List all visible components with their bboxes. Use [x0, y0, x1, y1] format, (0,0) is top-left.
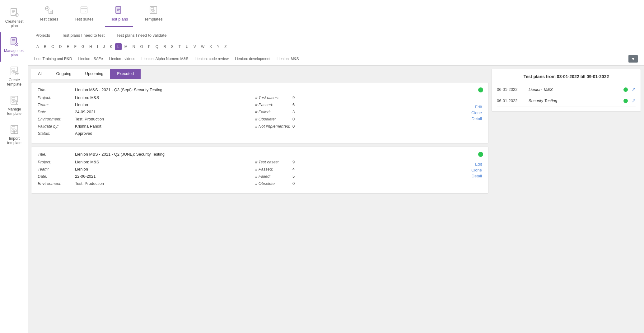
- card-failed-label-2: # Failed:: [255, 174, 292, 179]
- card-testcases-label-2: # Test cases:: [255, 160, 292, 164]
- sidebar-item-manage-test-plan[interactable]: Manage test plan: [0, 32, 28, 62]
- alpha-btn-t[interactable]: T: [176, 43, 183, 50]
- alpha-btn-s[interactable]: S: [169, 43, 176, 50]
- card-testcases-value-1: 9: [292, 95, 295, 100]
- tab-test-cases[interactable]: Test cases: [34, 3, 63, 27]
- right-panel-dot-2: [623, 99, 628, 103]
- tab-test-suites[interactable]: Test suites: [69, 3, 98, 27]
- alpha-btn-h[interactable]: H: [87, 43, 94, 50]
- alpha-btn-i[interactable]: I: [95, 43, 100, 50]
- project-tab-4[interactable]: Lienion: code review: [195, 55, 229, 62]
- filter-btn-upcoming[interactable]: Upcoming: [78, 69, 110, 79]
- card-failed-value-2: 5: [292, 174, 295, 179]
- project-tab-1[interactable]: Lienion - SAFe: [78, 55, 103, 62]
- alpha-btn-w[interactable]: W: [199, 43, 207, 50]
- alpha-btn-o[interactable]: O: [138, 43, 145, 50]
- sidebar-item-create-template[interactable]: Create template: [0, 62, 28, 91]
- manage-template-icon: [9, 95, 19, 105]
- card-clone-link-2[interactable]: Clone: [471, 168, 482, 172]
- alpha-btn-j[interactable]: J: [101, 43, 107, 50]
- card-testcases-value-2: 9: [292, 160, 295, 164]
- card-passed-row-1: # Passed: 6: [255, 102, 460, 107]
- tab-templates[interactable]: Templates: [139, 3, 167, 27]
- alpha-btn-f[interactable]: F: [72, 43, 78, 50]
- card-passed-value-2: 4: [292, 167, 295, 171]
- alpha-btn-c[interactable]: C: [49, 43, 56, 50]
- sidebar-item-manage-template-label: Manage template: [3, 107, 26, 116]
- tab-test-plans-label: Test plans: [110, 17, 128, 21]
- card-notimpl-value-1: 0: [292, 124, 295, 129]
- card-obselete-label-2: # Obselete:: [255, 181, 292, 186]
- right-panel: Test plans from 03-01-2022 till 09-01-20…: [492, 69, 641, 112]
- templates-icon: [149, 6, 158, 14]
- right-panel-external-link-1[interactable]: ↗: [632, 87, 636, 92]
- right-panel-date-1: 06-01-2022: [497, 87, 525, 92]
- tab-test-plans[interactable]: Test plans: [105, 3, 133, 27]
- alpha-btn-b[interactable]: B: [42, 43, 49, 50]
- alpha-btn-q[interactable]: Q: [153, 43, 161, 50]
- right-panel-dot-1: [623, 87, 628, 92]
- alpha-btn-l[interactable]: L: [115, 43, 122, 50]
- card-failed-row-2: # Failed: 5: [255, 174, 460, 179]
- project-tab-5[interactable]: Lienion: development: [235, 55, 270, 62]
- card-detail-link-2[interactable]: Detail: [472, 174, 482, 178]
- card-testcases-label-1: # Test cases:: [255, 95, 292, 100]
- right-panel-name-2: Security Testing: [529, 98, 620, 103]
- alpha-btn-d[interactable]: D: [57, 43, 64, 50]
- card-team-row-2: Team: Lienion: [38, 167, 243, 171]
- create-template-icon: [9, 66, 19, 76]
- sub-nav-projects[interactable]: Projects: [34, 30, 51, 41]
- filter-btn-all[interactable]: All: [31, 69, 49, 79]
- alpha-btn-m[interactable]: M: [122, 43, 130, 50]
- card-clone-link-1[interactable]: Clone: [471, 110, 482, 115]
- sidebar-item-manage-template[interactable]: Manage template: [0, 91, 28, 120]
- card-title-row-1: Title: Lienion M&S - 2021 - Q3 (Sept): S…: [38, 87, 460, 92]
- alpha-btn-v[interactable]: V: [191, 43, 198, 50]
- card-validate-value-1: Krishna Pandit: [75, 124, 101, 129]
- card-team-value-1: Lienion: [75, 102, 88, 107]
- alpha-btn-y[interactable]: Y: [215, 43, 222, 50]
- alpha-btn-r[interactable]: R: [161, 43, 168, 50]
- project-tab-6[interactable]: Lienion: M&S: [277, 55, 299, 62]
- project-tab-0[interactable]: Leo: Training and R&D: [34, 55, 72, 62]
- card-edit-link-1[interactable]: Edit: [475, 105, 482, 109]
- card-testcases-row-1: # Test cases: 9: [255, 95, 460, 100]
- alpha-btn-e[interactable]: E: [64, 43, 71, 50]
- alpha-btn-u[interactable]: U: [184, 43, 191, 50]
- card-passed-value-1: 6: [292, 102, 295, 107]
- project-tab-2[interactable]: Lienion - videos: [109, 55, 135, 62]
- card-env-value-2: Test, Production: [75, 181, 104, 186]
- filter-btn-ongoing[interactable]: Ongoing: [49, 69, 78, 79]
- card-obselete-row-1: # Obselete: 0: [255, 117, 460, 121]
- right-panel-external-link-2[interactable]: ↗: [632, 98, 636, 104]
- card-detail-link-1[interactable]: Detail: [472, 116, 482, 121]
- left-panel: AllOngoingUpcomingExecuted Title: Lienio…: [31, 69, 488, 330]
- card-edit-link-2[interactable]: Edit: [475, 162, 482, 166]
- project-tabs: Leo: Training and R&DLienion - SAFeLieni…: [34, 53, 638, 65]
- filter-btn-executed[interactable]: Executed: [110, 69, 141, 79]
- sidebar-item-create-test-plan[interactable]: Create test plan: [0, 3, 28, 32]
- card-obselete-label-1: # Obselete:: [255, 117, 292, 121]
- card-obselete-row-2: # Obselete: 0: [255, 181, 460, 186]
- alpha-btn-z[interactable]: Z: [222, 43, 229, 50]
- card-failed-label-1: # Failed:: [255, 110, 292, 114]
- card-env-row-2: Environment: Test, Production: [38, 181, 243, 186]
- sub-nav-need-to-test[interactable]: Test plans I need to test: [61, 30, 106, 41]
- card-failed-value-1: 3: [292, 110, 295, 114]
- project-tabs-dropdown[interactable]: ▼: [628, 55, 638, 63]
- card-project-label-1: Project:: [38, 95, 75, 100]
- alpha-btn-k[interactable]: K: [108, 43, 114, 50]
- sidebar-item-import-template[interactable]: Import template: [0, 120, 28, 149]
- alpha-btn-g[interactable]: G: [79, 43, 86, 50]
- alpha-btn-x[interactable]: X: [207, 43, 214, 50]
- card-failed-row-1: # Failed: 3: [255, 110, 460, 114]
- card-team-row-1: Team: Lienion: [38, 102, 243, 107]
- svg-rect-47: [116, 7, 121, 13]
- sub-nav-need-to-validate[interactable]: Test plans I need to validate: [115, 30, 168, 41]
- card-status-row-1: Status: Approved: [38, 131, 243, 136]
- project-tab-3[interactable]: Lienion: Alpha Numero M&S: [142, 55, 189, 62]
- alpha-btn-n[interactable]: N: [130, 43, 138, 50]
- alpha-btn-p[interactable]: P: [146, 43, 153, 50]
- card-actions-2: Edit Clone Detail: [466, 152, 482, 188]
- alpha-btn-a[interactable]: A: [34, 43, 41, 50]
